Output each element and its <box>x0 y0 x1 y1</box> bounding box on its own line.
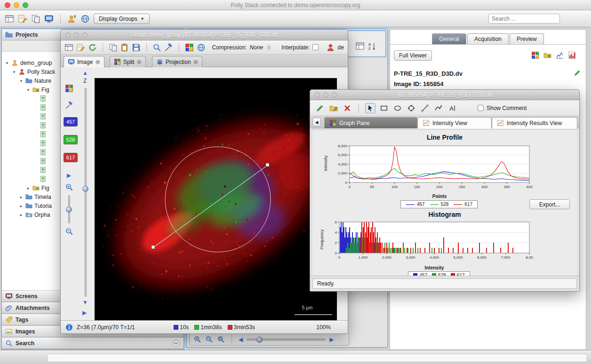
tab-graph-pane[interactable]: Graph Pane <box>324 117 417 128</box>
channels-icon[interactable] <box>531 51 539 59</box>
lut-icon[interactable] <box>197 43 206 52</box>
polyline-tool-icon[interactable] <box>433 103 444 113</box>
paste-icon[interactable] <box>120 43 129 52</box>
tab-general[interactable]: General <box>432 33 466 44</box>
viewer-statusbar: Z=36 (7.0µm)/70 T=1/1 10s1min38s3min53s … <box>61 320 348 333</box>
search-input[interactable] <box>488 14 560 24</box>
save-results-icon[interactable] <box>315 103 325 113</box>
full-viewer-button[interactable]: Full Viewer <box>394 50 432 61</box>
toolbar-separator <box>232 335 232 344</box>
annotate-icon[interactable] <box>76 43 85 52</box>
activity-icon[interactable] <box>31 14 40 24</box>
red-chart-icon[interactable] <box>568 51 576 59</box>
channel-button[interactable]: 617 <box>64 153 78 162</box>
image-canvas[interactable]: 5 µm <box>95 78 337 320</box>
back-arrow-icon[interactable]: ◀ <box>312 118 321 127</box>
roi-handle[interactable] <box>266 163 269 166</box>
z-slider[interactable] <box>85 88 87 297</box>
point-tool-icon[interactable] <box>406 103 416 113</box>
maximize-button[interactable] <box>23 2 28 8</box>
z-up-icon[interactable]: ▲ <box>82 70 88 76</box>
timeline-slider[interactable] <box>247 339 326 340</box>
z-slider-handle[interactable] <box>82 186 88 192</box>
close-tab-icon[interactable]: ⊗ <box>193 59 198 65</box>
viewer-icon[interactable] <box>44 14 54 24</box>
collapse-arrow-icon[interactable]: ▾ <box>12 70 16 74</box>
display-groups-button[interactable]: Display Groups ▼ <box>94 14 150 24</box>
window-controls[interactable] <box>5 2 28 8</box>
expand-arrow-icon[interactable]: ▸ <box>19 213 24 217</box>
roi-handle[interactable] <box>152 245 155 249</box>
zoom-slider-handle[interactable] <box>66 206 72 213</box>
zoom-out-icon[interactable] <box>205 335 213 343</box>
collapse-arrow-icon[interactable]: ▾ <box>19 79 24 83</box>
slider-handle[interactable] <box>256 337 263 343</box>
zoom-fit-icon[interactable] <box>217 335 225 343</box>
table-icon[interactable] <box>355 41 365 51</box>
minimize-button[interactable] <box>74 32 79 38</box>
text-tool-icon[interactable]: A <box>447 103 457 113</box>
roi-manager-icon[interactable] <box>328 103 339 113</box>
channel-button[interactable]: 457 <box>64 117 78 127</box>
tab-image[interactable]: Image ⊗ <box>64 56 104 67</box>
collapse-arrow-icon[interactable]: ▾ <box>5 61 9 65</box>
delete-roi-icon[interactable] <box>342 103 352 113</box>
collapse-panel-icon[interactable] <box>172 340 180 347</box>
tab-projection[interactable]: Projection ⊗ <box>152 56 202 67</box>
play-channels-icon[interactable]: ▶ <box>67 173 71 178</box>
zoom-in-icon[interactable] <box>193 335 201 343</box>
color-swatch-icon[interactable] <box>65 84 73 93</box>
minimize-button[interactable] <box>323 92 328 97</box>
channel-color-icon[interactable] <box>185 43 194 52</box>
measure-tool-icon[interactable] <box>164 43 173 52</box>
pin-icon[interactable] <box>65 101 73 110</box>
tab-intensity-results[interactable]: Intensity Results View <box>492 117 577 128</box>
maximize-button[interactable] <box>332 92 337 97</box>
server-icon[interactable] <box>80 14 90 24</box>
minimize-button[interactable] <box>14 2 19 8</box>
close-button[interactable] <box>315 92 320 97</box>
save-icon[interactable] <box>132 43 141 52</box>
step-back-icon[interactable]: ◀ <box>239 337 243 342</box>
expand-arrow-icon[interactable]: ▸ <box>19 195 24 199</box>
step-forward-icon[interactable]: ▶ <box>329 337 334 342</box>
close-tab-icon[interactable]: ⊗ <box>95 59 100 65</box>
close-button[interactable] <box>65 32 71 38</box>
channel-button[interactable]: 528 <box>64 135 78 144</box>
sidebar-panel-search[interactable]: Search <box>2 337 184 349</box>
edit-pencil-icon[interactable] <box>574 69 581 77</box>
line-plot-icon[interactable] <box>556 51 564 59</box>
z-play-icon[interactable]: ▶ <box>82 310 87 316</box>
refresh-icon[interactable] <box>88 43 97 52</box>
zoom-in-icon[interactable] <box>65 183 73 191</box>
maximize-button[interactable] <box>82 32 88 38</box>
metadata-icon[interactable] <box>64 43 73 52</box>
info-icon[interactable] <box>65 324 73 331</box>
line-tool-icon[interactable] <box>420 103 430 113</box>
close-tab-icon[interactable]: ⊗ <box>136 59 142 65</box>
magnifier-icon[interactable] <box>152 43 161 52</box>
collapse-arrow-icon[interactable]: ▾ <box>26 87 31 92</box>
stepper-icon[interactable] <box>266 43 272 52</box>
expand-arrow-icon[interactable]: ▸ <box>19 204 24 208</box>
tab-preview[interactable]: Preview <box>510 33 544 44</box>
folders-icon[interactable] <box>543 51 551 59</box>
zoom-out-icon[interactable] <box>65 227 73 236</box>
show-comment-checkbox[interactable] <box>478 105 484 111</box>
rectangle-tool-icon[interactable] <box>379 103 389 113</box>
tab-split[interactable]: Split ⊗ <box>110 56 146 67</box>
sort-az-icon[interactable]: az <box>367 41 377 51</box>
z-down-icon[interactable]: ▼ <box>82 300 88 305</box>
browser-icon[interactable] <box>5 14 14 24</box>
editor-icon[interactable] <box>18 14 27 24</box>
user-icon[interactable] <box>67 14 77 24</box>
select-tool-icon[interactable] <box>365 103 375 113</box>
close-button[interactable] <box>5 2 10 8</box>
tab-intensity-view[interactable]: Intensity View <box>417 117 492 128</box>
interpolate-checkbox[interactable] <box>312 44 318 50</box>
copy-icon[interactable] <box>109 43 118 52</box>
ellipse-tool-icon[interactable] <box>392 103 403 113</box>
tab-acquisition[interactable]: Acquisition <box>467 33 509 44</box>
expand-arrow-icon[interactable]: ▸ <box>26 186 31 190</box>
export-button[interactable]: Export... <box>529 199 570 209</box>
